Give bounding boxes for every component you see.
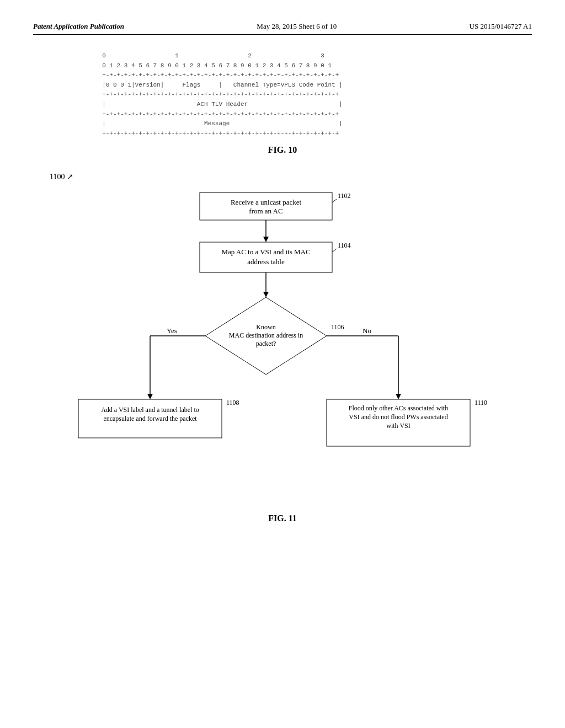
label-no: No bbox=[363, 326, 371, 335]
arrowhead-1104-1106 bbox=[263, 292, 269, 297]
node-1106-text1: Known bbox=[256, 323, 275, 331]
arrowhead-no bbox=[396, 394, 401, 399]
node-1106-text3: packet? bbox=[256, 340, 276, 347]
ref-1100-label: 1100 ↗ bbox=[50, 172, 532, 181]
node-1104-text2: address table bbox=[247, 258, 285, 266]
arrowhead-1102-1104 bbox=[263, 237, 269, 242]
arrowhead-yes bbox=[147, 394, 153, 399]
label-1102-line bbox=[332, 199, 337, 202]
packet-diagram: 0 1 2 3 0 1 2 3 4 5 6 7 8 9 0 1 2 3 4 5 … bbox=[95, 51, 470, 138]
node-1104-text1: Map AC to a VSI and its MAC bbox=[221, 248, 310, 256]
fig11-label: FIG. 11 bbox=[33, 513, 532, 523]
label-1104: 1104 bbox=[338, 242, 351, 249]
node-1108-text1: Add a VSI label and a tunnel label to bbox=[101, 406, 199, 414]
label-1106: 1106 bbox=[331, 323, 344, 331]
node-1108-text2: encapsulate and forward the packet bbox=[103, 415, 197, 422]
header-right: US 2015/0146727 A1 bbox=[470, 22, 532, 31]
header-left: Patent Application Publication bbox=[33, 22, 124, 31]
fig11-container: 1100 ↗ Receive a unicast packet from an … bbox=[33, 172, 532, 523]
label-1108: 1108 bbox=[226, 399, 239, 406]
node-1110-text3: with VSI bbox=[386, 422, 410, 430]
flowchart-svg: Receive a unicast packet from an AC 1102… bbox=[34, 181, 531, 507]
node-1106-text2: MAC destination address in bbox=[229, 331, 303, 339]
ref-number: 1100 bbox=[50, 173, 65, 181]
label-1102: 1102 bbox=[338, 192, 351, 200]
label-yes: Yes bbox=[167, 326, 177, 335]
node-1102-text: Receive a unicast packet bbox=[231, 198, 302, 206]
ref-arrow: ↗ bbox=[67, 173, 73, 181]
label-1110: 1110 bbox=[475, 399, 487, 406]
node-1110-text2: VSI and do not flood PWs associated bbox=[349, 413, 447, 421]
page-header: Patent Application Publication May 28, 2… bbox=[33, 22, 532, 35]
fig10-label: FIG. 10 bbox=[33, 145, 532, 155]
node-1102-text2: from an AC bbox=[249, 207, 282, 215]
label-1104-line bbox=[332, 249, 337, 252]
header-center: May 28, 2015 Sheet 6 of 10 bbox=[257, 22, 337, 31]
node-1110-text1: Flood only other ACs associated with bbox=[349, 404, 448, 412]
fig10-diagram: 0 1 2 3 0 1 2 3 4 5 6 7 8 9 0 1 2 3 4 5 … bbox=[95, 51, 470, 138]
page: Patent Application Publication May 28, 2… bbox=[0, 0, 565, 728]
node-1102-box bbox=[200, 192, 332, 220]
